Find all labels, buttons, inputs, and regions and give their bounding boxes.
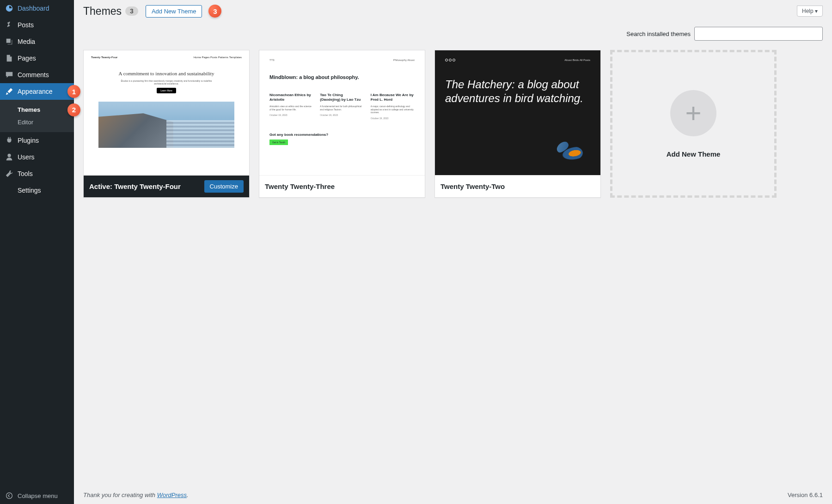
menu-posts[interactable]: Posts [0, 17, 74, 33]
menu-plugins[interactable]: Plugins [0, 132, 74, 149]
menu-dashboard[interactable]: Dashboard [0, 0, 74, 17]
menu-pages[interactable]: Pages [0, 50, 74, 67]
menu-label: Users [18, 153, 35, 161]
menu-media[interactable]: Media [0, 33, 74, 50]
theme-name: Twenty Twenty-Three [265, 182, 335, 190]
submenu-label: Themes [18, 106, 40, 113]
footer-thanks: Thank you for creating with WordPress. [83, 492, 189, 498]
menu-label: Pages [18, 55, 36, 62]
collapse-label: Collapse menu [18, 492, 58, 499]
theme-card-twenty-twenty-two[interactable]: About Birds All Posts The Hatchery: a bl… [434, 50, 601, 198]
theme-screenshot: About Birds All Posts The Hatchery: a bl… [435, 50, 600, 175]
appearance-submenu: Themes 2 Editor [0, 100, 74, 132]
dashboard-icon [5, 4, 14, 13]
user-icon [5, 152, 14, 162]
search-input[interactable] [694, 27, 823, 41]
theme-screenshot: Twenty Twenty-FourHome Pages Posts Patte… [84, 50, 249, 175]
brush-icon [5, 87, 14, 96]
bird-illustration [551, 139, 587, 167]
comment-icon [5, 70, 14, 79]
search-label: Search installed themes [626, 30, 691, 37]
menu-tools[interactable]: Tools [0, 165, 74, 182]
theme-name: Twenty Twenty-Two [440, 182, 505, 190]
submenu-label: Editor [18, 119, 33, 126]
main-content: Themes 3 Add New Theme 3 Help ▾ Search i… [74, 0, 832, 504]
theme-screenshot: TT3Philosophy About Mindblown: a blog ab… [259, 50, 425, 175]
menu-label: Plugins [18, 137, 39, 144]
admin-footer: Thank you for creating with WordPress. V… [83, 486, 823, 504]
menu-settings[interactable]: Settings [0, 182, 74, 199]
add-new-theme-card[interactable]: + Add New Theme [610, 50, 777, 198]
annotation-badge-2: 2 [67, 103, 80, 116]
footer-version: Version 6.6.1 [788, 492, 823, 498]
page-header: Themes 3 Add New Theme 3 Help ▾ [83, 5, 823, 18]
customize-button[interactable]: Customize [204, 180, 244, 193]
theme-count: 3 [125, 6, 138, 16]
logo-icon [445, 59, 455, 61]
theme-card-twenty-twenty-three[interactable]: TT3Philosophy About Mindblown: a blog ab… [259, 50, 425, 198]
menu-label: Dashboard [18, 5, 49, 12]
svg-point-0 [6, 493, 12, 499]
add-new-theme-button[interactable]: Add New Theme [146, 5, 202, 18]
search-row: Search installed themes [83, 27, 823, 41]
menu-label: Tools [18, 170, 33, 177]
annotation-badge-1: 1 [67, 85, 80, 98]
pin-icon [5, 20, 14, 30]
menu-label: Settings [18, 187, 41, 194]
page-title: Themes [83, 5, 122, 18]
menu-label: Comments [18, 71, 49, 79]
menu-label: Appearance [18, 88, 53, 95]
theme-name: Active: Twenty Twenty-Four [89, 182, 181, 190]
submenu-themes[interactable]: Themes 2 [0, 103, 74, 116]
add-new-label: Add New Theme [667, 150, 721, 158]
collapse-menu[interactable]: Collapse menu [0, 487, 74, 504]
collapse-icon [5, 491, 14, 500]
annotation-badge-3: 3 [208, 5, 221, 18]
plus-icon: + [670, 90, 716, 136]
page-icon [5, 54, 14, 63]
menu-comments[interactable]: Comments [0, 67, 74, 83]
plug-icon [5, 136, 14, 145]
wordpress-link[interactable]: WordPress [157, 492, 187, 498]
submenu-editor[interactable]: Editor [0, 116, 74, 128]
admin-sidebar: Dashboard Posts Media Pages Comments App… [0, 0, 74, 504]
media-icon [5, 37, 14, 46]
help-button[interactable]: Help ▾ [797, 6, 823, 17]
menu-appearance[interactable]: Appearance 1 [0, 83, 74, 100]
menu-label: Posts [18, 21, 34, 29]
wrench-icon [5, 169, 14, 178]
theme-card-twenty-twenty-four[interactable]: Twenty Twenty-FourHome Pages Posts Patte… [83, 50, 250, 198]
sliders-icon [5, 186, 14, 195]
menu-users[interactable]: Users [0, 149, 74, 165]
menu-label: Media [18, 38, 35, 45]
themes-grid: Twenty Twenty-FourHome Pages Posts Patte… [83, 50, 823, 198]
